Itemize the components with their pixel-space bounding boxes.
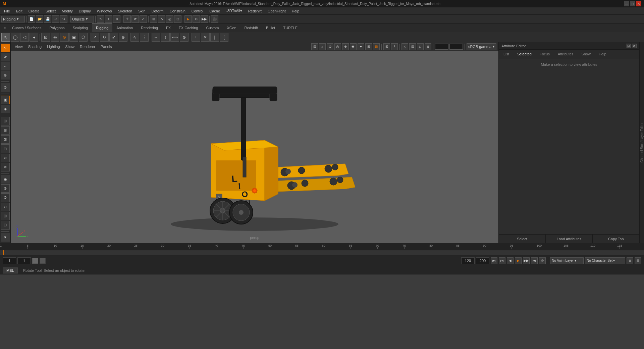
select-button[interactable]: Select [499,235,546,243]
tab-turtle[interactable]: TURTLE [279,23,302,32]
tool-box-btn[interactable]: ⊡ [41,33,50,42]
char-set-dropdown[interactable]: No Character Set▾ [585,257,625,264]
lt-render1[interactable]: ⊞ [1,117,10,125]
lt-misc3[interactable]: ⊜ [1,193,10,202]
close-button[interactable]: ✕ [636,1,641,6]
mode-dropdown[interactable]: Rigging▾ [1,16,25,22]
objects-dropdown[interactable]: Objects▾ [70,16,94,22]
play-back-btn[interactable]: ◀ [507,257,514,264]
vp-ctrl7[interactable]: ● [358,43,364,50]
tool-extra4[interactable]: ⊗ [180,33,189,42]
open-button[interactable]: 📂 [36,15,43,23]
maximize-button[interactable]: □ [630,1,635,6]
lt-tool1[interactable]: ⊙ [1,83,10,92]
vp-ctrl4[interactable]: ◎ [334,43,341,50]
lt-misc4[interactable]: ⊝ [1,203,10,211]
tp-icon1[interactable]: ⊕ [627,257,633,264]
coord-y-input[interactable]: 1.00 [449,44,463,50]
menu-create[interactable]: Create [26,8,42,14]
tool-bracket[interactable]: [ [220,33,228,42]
redo-button[interactable]: ↪ [60,15,67,23]
load-attributes-button[interactable]: Load Attributes [546,235,593,243]
menu-skeleton[interactable]: Skeleton [115,8,135,14]
coord-x-input[interactable]: 0.00 [435,44,448,50]
frame-start-input[interactable] [3,257,16,264]
lt-rotate[interactable]: ⊕ [1,71,10,80]
tool-extra2[interactable]: ↕ [161,33,170,42]
attr-tab-attributes[interactable]: Attributes [555,51,576,57]
frame-current-input[interactable] [17,257,31,264]
tool-paint2-btn[interactable]: ◂ [30,33,38,42]
vp-ctrl2[interactable]: ☼ [319,43,326,50]
tool-lasso-btn[interactable]: ◯ [11,33,19,42]
menu-cache[interactable]: Cache [207,8,223,14]
tool-square-btn[interactable]: ▣ [69,33,78,42]
tool-circ-btn[interactable]: ⊙ [60,33,69,42]
menu-3dto[interactable]: -3DToAll▾ [223,8,245,14]
tab-fx[interactable]: FX [162,23,175,32]
tool-uni-btn[interactable]: ⊕ [119,33,127,42]
lasso-tool-btn[interactable]: ⌖ [105,15,112,23]
vp-ctrl1[interactable]: ⊡ [311,43,318,50]
lt-paint[interactable]: ⟳ [1,53,10,61]
save-button[interactable]: 💾 [44,15,51,23]
tab-animation[interactable]: Animation [112,23,137,32]
tab-custom[interactable]: Custom [202,23,223,32]
scene-area[interactable]: L I O N [11,51,498,243]
lt-tool2[interactable]: ▣ [1,96,10,104]
menu-file[interactable]: File [1,8,13,14]
copy-tab-button[interactable]: Copy Tab [593,235,639,243]
vp-ctrl9[interactable]: ⊟ [373,43,380,50]
scale-tool-btn[interactable]: ⤢ [140,15,147,23]
snap-point-btn[interactable]: ◎ [166,15,173,23]
cam-btn[interactable]: 🎥 [211,15,218,23]
render-seq-btn[interactable]: ▶▶ [201,15,208,23]
channel-box-label[interactable]: Channel Box / Layer Editor [639,120,644,165]
select-tool-btn[interactable]: ↖ [97,15,104,23]
lt-render3[interactable]: ⊠ [1,135,10,144]
menu-modify[interactable]: Modify [59,8,75,14]
snap-curve-btn[interactable]: ∿ [158,15,165,23]
lt-render6[interactable]: ⊗ [1,163,10,171]
vp-menu-view[interactable]: View [13,44,25,49]
vp-menu-show[interactable]: Show [63,44,77,49]
vp-ctrl6[interactable]: ◉ [350,43,357,50]
tool-plus[interactable]: + [192,33,200,42]
anim-end-input[interactable] [461,257,475,264]
lt-tool3[interactable]: ◈ [1,105,10,113]
vp-ctrl12[interactable]: ◁ [401,43,408,50]
tab-sculpting[interactable]: Sculpting [69,23,92,32]
lt-misc2[interactable]: ⊛ [1,184,10,193]
attr-tab-list[interactable]: List [501,51,512,57]
tab-fx-caching[interactable]: FX Caching [175,23,202,32]
attr-tab-selected[interactable]: Selected [515,51,534,57]
move-tool-btn[interactable]: ✛ [123,15,131,23]
tool-hex-btn[interactable]: ⬡ [79,33,88,42]
tab-bullet[interactable]: Bullet [262,23,279,32]
lt-render5[interactable]: ⊕ [1,154,10,162]
tab-xgen[interactable]: XGen [223,23,240,32]
lt-select[interactable]: ↖ [1,44,10,52]
tool-pipe[interactable]: | [210,33,219,42]
timeline-bar[interactable] [0,250,644,255]
tab-polygons[interactable]: Polygons [45,23,68,32]
vp-ctrl11[interactable]: ⋮ [391,43,398,50]
lt-render2[interactable]: ⊟ [1,126,10,135]
vp-ctrl10[interactable]: ⊠ [383,43,390,50]
tool-ring-btn[interactable]: ◎ [51,33,59,42]
menu-openflight[interactable]: OpenFlight [265,8,288,14]
menu-skin[interactable]: Skin [136,8,148,14]
color-space-dropdown[interactable]: sRGB gamma▾ [467,43,496,50]
go-start-btn[interactable]: ⏮ [491,257,497,264]
menu-control[interactable]: Control [189,8,206,14]
paint-select-btn[interactable]: ⊕ [113,15,120,23]
new-button[interactable]: 📄 [28,15,35,23]
menu-windows[interactable]: Windows [94,8,115,14]
attr-tab-show[interactable]: Show [579,51,593,57]
menu-display[interactable]: Display [76,8,94,14]
menu-redshift[interactable]: Redshift [246,8,264,14]
menu-deform[interactable]: Deform [149,8,166,14]
tool-rot-btn[interactable]: ↻ [100,33,109,42]
loop-btn[interactable]: ⟳ [539,257,546,264]
mel-tab[interactable]: MEL [3,267,18,273]
